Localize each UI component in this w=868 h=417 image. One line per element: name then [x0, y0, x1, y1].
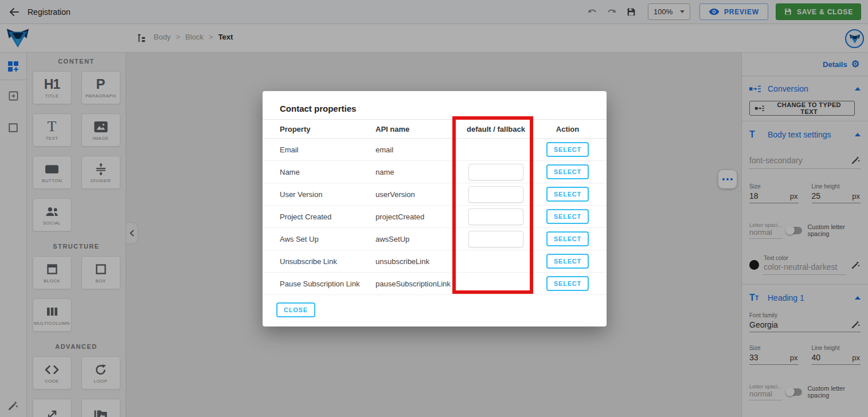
api-name-cell: name	[376, 168, 453, 176]
col-property: Property	[280, 125, 376, 133]
select-button[interactable]: SELECT	[546, 164, 589, 179]
table-header: Property API name default / fallback Act…	[263, 120, 607, 139]
default-fallback-cell	[453, 164, 539, 180]
api-name-cell: unsubscribeLink	[376, 257, 453, 266]
select-button[interactable]: SELECT	[546, 231, 589, 246]
default-fallback-cell	[453, 208, 539, 225]
modal-title: Contact properties	[263, 91, 607, 120]
select-button[interactable]: SELECT	[546, 187, 589, 202]
select-button[interactable]: SELECT	[546, 254, 589, 269]
col-default-fallback: default / fallback	[453, 125, 539, 133]
modal-footer: CLOSE	[263, 295, 607, 317]
property-cell: Aws Set Up	[280, 235, 376, 243]
api-name-cell: email	[376, 145, 453, 154]
property-cell: Unsubscribe Link	[280, 257, 376, 266]
table-row: Pause Subscription Link pauseSubscriptio…	[263, 273, 607, 295]
fallback-input[interactable]	[468, 164, 523, 180]
table-row: Aws Set Up awsSetUp SELECT	[263, 228, 607, 250]
property-cell: Project Created	[280, 213, 376, 221]
property-cell: Name	[280, 168, 376, 176]
col-action: Action	[539, 125, 596, 133]
select-button[interactable]: SELECT	[546, 209, 589, 224]
api-name-cell: pauseSubscriptionLink	[376, 280, 453, 288]
api-name-cell: userVersion	[376, 190, 453, 199]
col-api-name: API name	[376, 125, 453, 133]
api-name-cell: awsSetUp	[376, 235, 453, 243]
default-fallback-cell	[453, 231, 539, 247]
table-row: Email email SELECT	[263, 139, 607, 161]
property-cell: Email	[280, 145, 376, 154]
select-button[interactable]: SELECT	[546, 142, 589, 157]
table-row: Unsubscribe Link unsubscribeLink SELECT	[263, 250, 607, 273]
table-row: Name name SELECT	[263, 161, 607, 183]
table-row: Project Created projectCreated SELECT	[263, 206, 607, 228]
email-builder-app: Registration 100% PREVIEW SAVE & CLOSE	[0, 0, 868, 417]
fallback-input[interactable]	[468, 208, 523, 225]
property-cell: Pause Subscription Link	[280, 280, 376, 288]
close-button[interactable]: CLOSE	[276, 302, 315, 317]
api-name-cell: projectCreated	[376, 213, 453, 221]
property-cell: User Version	[280, 190, 376, 199]
select-button[interactable]: SELECT	[546, 276, 589, 291]
fallback-input[interactable]	[468, 186, 523, 203]
table-row: User Version userVersion SELECT	[263, 183, 607, 206]
fallback-input[interactable]	[468, 231, 523, 247]
default-fallback-cell	[453, 186, 539, 203]
contact-properties-modal: Contact properties Property API name def…	[263, 91, 607, 326]
